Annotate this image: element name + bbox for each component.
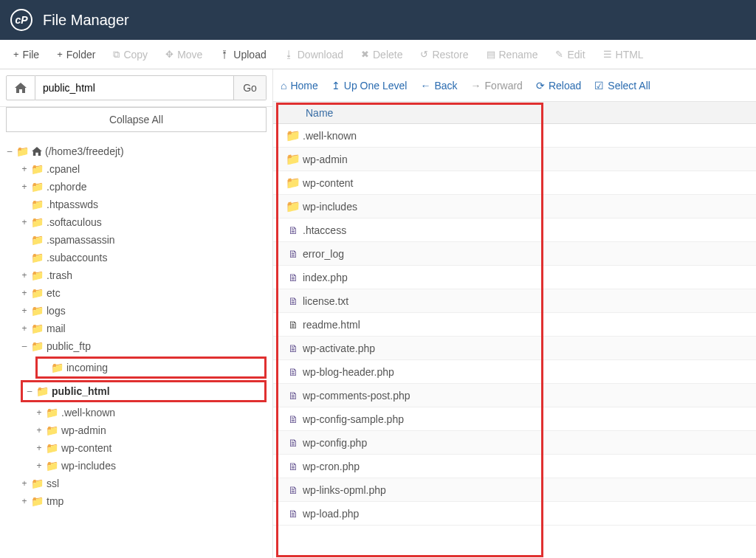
toolbar-html-button: ☰HTML xyxy=(596,44,651,65)
right-panel: ⌂Home↥Up One Level←Back→Forward⟳Reload☑S… xyxy=(273,69,756,558)
cpanel-logo-icon: cP xyxy=(10,9,32,31)
move-icon: ✥ xyxy=(165,49,173,60)
tree-item[interactable]: +📁.trash xyxy=(21,266,267,284)
file-row[interactable]: 🗎wp-config-sample.php xyxy=(273,407,756,431)
home-icon xyxy=(32,147,42,156)
file-name: wp-blog-header.php xyxy=(303,366,394,378)
tree-item-label: .trash xyxy=(47,266,72,284)
file-row[interactable]: 🗎error_log xyxy=(273,242,756,266)
file-row[interactable]: 🗎wp-links-opml.php xyxy=(273,478,756,502)
select-all-icon: ☑ xyxy=(594,80,604,92)
nav-back-button[interactable]: ←Back xyxy=(420,80,457,92)
tree-item[interactable]: +📁.well-known xyxy=(35,404,267,421)
tree-item[interactable]: –📁public_html xyxy=(26,382,261,400)
file-row[interactable]: 📁wp-admin xyxy=(273,148,756,171)
folder-icon: 📁 xyxy=(31,249,44,266)
toolbar-label: HTML xyxy=(616,49,644,61)
tree-item-label: etc xyxy=(47,284,61,302)
tree-item[interactable]: –📁public_ftp xyxy=(21,337,267,355)
tree-item[interactable]: +📁.cphorde xyxy=(21,178,267,196)
main-toolbar: +File+Folder⧉Copy✥Move⭱Upload⭳Download✖D… xyxy=(0,40,756,69)
toggle-icon: + xyxy=(21,302,28,320)
upload-icon: ⭱ xyxy=(220,49,230,60)
file-icon: 🗎 xyxy=(284,272,303,283)
file-row[interactable]: 📁wp-includes xyxy=(273,195,756,218)
file-row[interactable]: 🗎wp-comments-post.php xyxy=(273,384,756,407)
toolbar-delete-button: ✖Delete xyxy=(354,44,410,65)
tree-item[interactable]: 📁.spamassassin xyxy=(21,231,267,249)
toolbar-file-button[interactable]: +File xyxy=(6,44,47,65)
nav-select-all-button[interactable]: ☑Select All xyxy=(594,80,650,92)
go-button[interactable]: Go xyxy=(234,75,267,100)
nav-forward-button[interactable]: →Forward xyxy=(471,80,523,92)
toggle-icon: + xyxy=(21,266,28,284)
tree-item[interactable]: +📁tmp xyxy=(21,492,267,510)
path-input[interactable] xyxy=(35,75,234,100)
restore-icon: ↺ xyxy=(420,49,428,60)
folder-icon: 📁 xyxy=(31,475,44,492)
file-row[interactable]: 🗎license.txt xyxy=(273,289,756,313)
toggle-icon: – xyxy=(26,382,33,400)
file-row[interactable]: 🗎wp-load.php xyxy=(273,502,756,526)
toolbar-move-button: ✥Move xyxy=(158,44,210,65)
tree-item[interactable]: +📁wp-admin xyxy=(35,421,267,439)
tree-item[interactable]: +📁logs xyxy=(21,302,267,320)
file-icon: + xyxy=(13,49,19,60)
app-title: File Manager xyxy=(43,12,129,29)
toolbar-label: Copy xyxy=(123,49,148,61)
tree-item[interactable]: +📁.cpanel xyxy=(21,160,267,178)
file-row[interactable]: 🗎wp-blog-header.php xyxy=(273,360,756,384)
collapse-all-button[interactable]: Collapse All xyxy=(6,107,267,132)
folder-icon: 📁 xyxy=(284,199,303,213)
file-row[interactable]: 📁wp-content xyxy=(273,171,756,195)
folder-icon: 📁 xyxy=(31,266,44,284)
nav-label: Back xyxy=(434,80,457,92)
file-row[interactable]: 🗎wp-cron.php xyxy=(273,455,756,478)
file-row[interactable]: 🗎wp-activate.php xyxy=(273,337,756,360)
tree-item[interactable]: +📁wp-content xyxy=(35,439,267,457)
tree-item-label: .softaculous xyxy=(47,213,102,231)
file-name: wp-load.php xyxy=(303,508,359,520)
list-header: Name xyxy=(273,102,756,124)
tree-root-label: (/home3/freedejt) xyxy=(45,142,124,160)
column-name[interactable]: Name xyxy=(306,107,333,119)
toolbar-label: Folder xyxy=(66,49,96,61)
tree-item[interactable]: 📁.htpasswds xyxy=(21,196,267,213)
file-navbar: ⌂Home↥Up One Level←Back→Forward⟳Reload☑S… xyxy=(273,69,756,102)
file-icon: 🗎 xyxy=(284,248,303,260)
tree-root[interactable]: – 📁 (/home3/freedejt) xyxy=(6,142,267,160)
nav-label: Home xyxy=(290,80,317,92)
tree-item[interactable]: +📁ssl xyxy=(21,475,267,492)
highlight-box: –📁public_html xyxy=(21,380,267,402)
tree-item[interactable]: +📁.softaculous xyxy=(21,213,267,231)
left-panel: Go Collapse All – 📁 (/home3/freedejt) +📁… xyxy=(0,69,273,558)
folder-icon: 📁 xyxy=(31,284,44,302)
tree-item[interactable]: +📁mail xyxy=(21,320,267,337)
nav-reload-button[interactable]: ⟳Reload xyxy=(536,80,581,92)
tree-item[interactable]: 📁.subaccounts xyxy=(21,249,267,266)
toolbar-upload-button[interactable]: ⭱Upload xyxy=(213,44,273,65)
tree-item-label: .spamassassin xyxy=(47,231,115,249)
file-row[interactable]: 🗎readme.html xyxy=(273,313,756,337)
toolbar-label: Delete xyxy=(373,49,402,61)
file-row[interactable]: 🗎index.php xyxy=(273,266,756,289)
forward-icon: → xyxy=(471,80,481,92)
file-name: wp-config.php xyxy=(303,437,367,449)
folder-icon: 📁 xyxy=(284,176,303,190)
file-row[interactable]: 🗎wp-config.php xyxy=(273,431,756,455)
highlight-box: 📁incoming xyxy=(35,356,267,379)
tree-item[interactable]: 📁incoming xyxy=(41,359,261,376)
file-row[interactable]: 🗎.htaccess xyxy=(273,218,756,242)
tree-item[interactable]: +📁wp-includes xyxy=(35,457,267,475)
nav-up-one-level-button[interactable]: ↥Up One Level xyxy=(331,80,408,92)
home-button[interactable] xyxy=(6,75,35,100)
folder-icon: 📁 xyxy=(51,359,63,376)
file-row[interactable]: 📁.well-known xyxy=(273,124,756,148)
nav-home-button[interactable]: ⌂Home xyxy=(281,80,318,92)
tree-item[interactable]: +📁etc xyxy=(21,284,267,302)
tree-item-label: .cpanel xyxy=(47,160,80,178)
toolbar-folder-button[interactable]: +Folder xyxy=(49,44,103,65)
file-icon: 🗎 xyxy=(284,413,303,425)
toggle-icon: + xyxy=(35,404,43,421)
file-name: .htaccess xyxy=(303,224,346,236)
